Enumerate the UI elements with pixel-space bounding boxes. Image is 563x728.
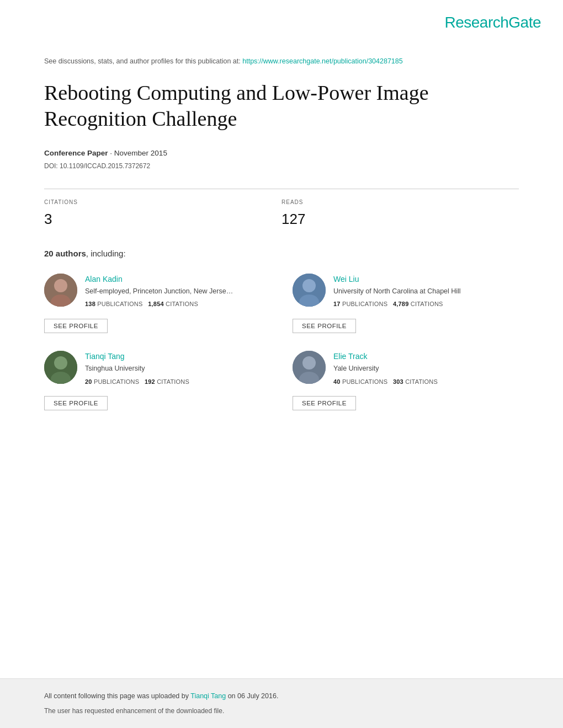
svg-point-4 xyxy=(302,279,316,292)
author-top-wei: Wei Liu University of North Carolina at … xyxy=(293,274,519,309)
author-card-wei: Wei Liu University of North Carolina at … xyxy=(293,274,519,333)
authors-including: , including: xyxy=(86,249,126,258)
see-profile-elie[interactable]: SEE PROFILE xyxy=(293,396,356,410)
author-info-elie: Elie Track Yale University 40 PUBLICATIO… xyxy=(333,351,519,386)
citations-value: 3 xyxy=(44,208,282,230)
footer-uploader-link[interactable]: Tianqi Tang xyxy=(190,692,226,700)
svg-point-10 xyxy=(302,356,316,370)
alan-cits-label: CITATIONS xyxy=(166,301,198,307)
author-stats-wei: 17 PUBLICATIONS 4,789 CITATIONS xyxy=(333,299,519,309)
footer-prefix: All content following this page was uplo… xyxy=(44,692,189,700)
stat-citations: CITATIONS 3 xyxy=(44,198,282,230)
wei-cits: 4,789 xyxy=(393,301,409,307)
wei-cits-label: CITATIONS xyxy=(411,301,443,307)
author-stats-elie: 40 PUBLICATIONS 303 CITATIONS xyxy=(333,377,519,387)
author-top-tianqi: Tianqi Tang Tsinghua University 20 PUBLI… xyxy=(44,351,270,386)
elie-pubs-label: PUBLICATIONS xyxy=(342,378,387,385)
author-stats-alan: 138 PUBLICATIONS 1,854 CITATIONS xyxy=(85,299,270,309)
footer-line2: The user has requested enhancement of th… xyxy=(44,706,519,716)
discussions-text: See discussions, stats, and author profi… xyxy=(44,57,241,65)
page: ResearchGate See discussions, stats, and… xyxy=(0,0,563,728)
alan-pubs-label: PUBLICATIONS xyxy=(97,301,142,307)
elie-cits: 303 xyxy=(393,378,403,385)
paper-date-separator: · xyxy=(110,149,114,157)
alan-cits: 1,854 xyxy=(148,301,164,307)
discussions-line: See discussions, stats, and author profi… xyxy=(44,56,519,67)
author-card-tianqi: Tianqi Tang Tsinghua University 20 PUBLI… xyxy=(44,351,270,410)
author-affil-wei: University of North Carolina at Chapel H… xyxy=(333,286,519,297)
doi-value: 10.1109/ICCAD.2015.7372672 xyxy=(60,162,150,170)
authors-heading: 20 authors, including: xyxy=(44,248,519,260)
footer: All content following this page was uplo… xyxy=(0,678,563,728)
see-profile-alan[interactable]: SEE PROFILE xyxy=(44,319,108,333)
avatar-elie xyxy=(293,351,326,384)
wei-pubs: 17 xyxy=(333,301,341,307)
author-info-tianqi: Tianqi Tang Tsinghua University 20 PUBLI… xyxy=(85,351,270,386)
main-content: See discussions, stats, and author profi… xyxy=(0,40,563,678)
author-name-tianqi[interactable]: Tianqi Tang xyxy=(85,351,270,362)
paper-date: November 2015 xyxy=(114,149,167,157)
author-name-elie[interactable]: Elie Track xyxy=(333,351,519,362)
author-affil-alan: Self-employed, Princeton Junction, New J… xyxy=(85,286,270,297)
author-card-elie: Elie Track Yale University 40 PUBLICATIO… xyxy=(293,351,519,410)
author-name-wei[interactable]: Wei Liu xyxy=(333,274,519,285)
header: ResearchGate xyxy=(0,0,563,40)
stat-reads: READS 127 xyxy=(282,198,519,230)
author-info-wei: Wei Liu University of North Carolina at … xyxy=(333,274,519,309)
paper-title: Rebooting Computing and Low-Power Image … xyxy=(44,80,519,132)
author-affil-tianqi: Tsinghua University xyxy=(85,363,270,374)
authors-count: 20 authors xyxy=(44,249,86,258)
avatar-alan xyxy=(44,274,77,307)
paper-type: Conference Paper xyxy=(44,149,108,157)
paper-doi: DOI: 10.1109/ICCAD.2015.7372672 xyxy=(44,161,519,171)
footer-line1: All content following this page was uplo… xyxy=(44,691,519,702)
elie-pubs: 40 xyxy=(333,378,341,385)
avatar-tianqi xyxy=(44,351,77,384)
citations-label: CITATIONS xyxy=(44,198,282,206)
discussions-url[interactable]: https://www.researchgate.net/publication… xyxy=(242,57,402,65)
tianqi-cits-label: CITATIONS xyxy=(157,378,189,385)
tianqi-pubs-label: PUBLICATIONS xyxy=(94,378,139,385)
svg-point-7 xyxy=(54,356,67,370)
alan-pubs: 138 xyxy=(85,301,95,307)
tianqi-cits: 192 xyxy=(145,378,155,385)
author-name-alan[interactable]: Alan Kadin xyxy=(85,274,270,285)
doi-label: DOI: xyxy=(44,162,58,170)
author-top-elie: Elie Track Yale University 40 PUBLICATIO… xyxy=(293,351,519,386)
see-profile-tianqi[interactable]: SEE PROFILE xyxy=(44,396,108,410)
researchgate-logo: ResearchGate xyxy=(444,11,541,34)
reads-label: READS xyxy=(282,198,519,206)
authors-grid: Alan Kadin Self-employed, Princeton Junc… xyxy=(44,274,519,411)
tianqi-pubs: 20 xyxy=(85,378,92,385)
footer-suffix: on 06 July 2016. xyxy=(228,692,279,700)
stats-row: CITATIONS 3 READS 127 xyxy=(44,189,519,230)
author-affil-elie: Yale University xyxy=(333,363,519,374)
svg-point-1 xyxy=(54,279,67,292)
paper-meta: Conference Paper · November 2015 xyxy=(44,148,519,159)
author-stats-tianqi: 20 PUBLICATIONS 192 CITATIONS xyxy=(85,377,270,387)
author-info-alan: Alan Kadin Self-employed, Princeton Junc… xyxy=(85,274,270,309)
author-top-alan: Alan Kadin Self-employed, Princeton Junc… xyxy=(44,274,270,309)
wei-pubs-label: PUBLICATIONS xyxy=(342,301,387,307)
elie-cits-label: CITATIONS xyxy=(405,378,438,385)
see-profile-wei[interactable]: SEE PROFILE xyxy=(293,319,356,333)
avatar-wei xyxy=(293,274,326,307)
reads-value: 127 xyxy=(282,208,519,230)
author-card-alan: Alan Kadin Self-employed, Princeton Junc… xyxy=(44,274,270,333)
